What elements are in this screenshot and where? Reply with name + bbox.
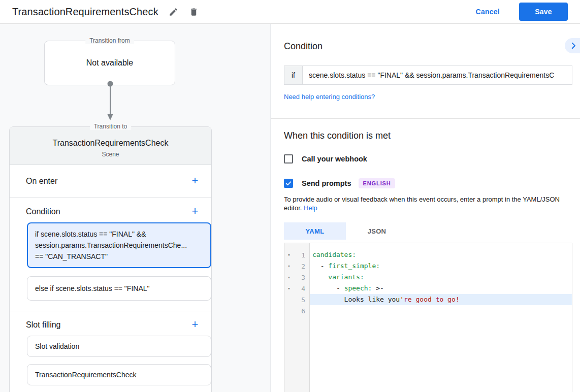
- fold-toggle-icon[interactable]: ▾: [284, 275, 294, 280]
- delete-scene-button[interactable]: [189, 7, 199, 17]
- line-number: 6: [294, 307, 309, 315]
- collapse-panel-button[interactable]: [565, 38, 580, 53]
- condition-section: Condition + if scene.slots.status == "FI…: [10, 198, 211, 311]
- condition-text-line: == "CAN_TRANSACT": [35, 251, 203, 262]
- trash-icon: [189, 7, 199, 17]
- call-webhook-label[interactable]: Call your webhook: [302, 155, 367, 163]
- send-prompts-row: Send prompts ENGLISH: [284, 178, 580, 188]
- slot-filling-section: Slot filling + Slot validation Transacti…: [10, 311, 211, 392]
- call-webhook-checkbox[interactable]: [284, 154, 293, 164]
- code-line[interactable]: variants:: [310, 272, 572, 283]
- send-prompts-checkbox[interactable]: [284, 179, 293, 188]
- fold-toggle-icon[interactable]: ▾: [284, 252, 294, 257]
- code-token: -: [312, 284, 344, 292]
- editor-code-area[interactable]: candidates: - first_simple: variants: - …: [310, 243, 572, 392]
- fold-toggle-icon[interactable]: ▾: [284, 264, 294, 269]
- condition-help-link[interactable]: Need help entering conditions?: [284, 93, 375, 101]
- add-condition-button[interactable]: +: [189, 206, 201, 218]
- editor-tabs: YAML JSON: [284, 222, 580, 240]
- line-number: 5: [294, 296, 309, 304]
- code-token: -: [312, 262, 328, 270]
- send-prompts-label[interactable]: Send prompts: [302, 179, 351, 187]
- line-number: 3: [294, 274, 309, 281]
- fold-toggle-icon[interactable]: ▾: [284, 286, 294, 291]
- transition-from-box: Transition from Not available: [44, 41, 175, 85]
- slot-card[interactable]: Slot validation: [27, 336, 211, 357]
- page-title: TransactionRequirementsCheck: [12, 6, 158, 18]
- code-token: candidates:: [312, 251, 356, 258]
- edit-title-button[interactable]: [169, 7, 179, 17]
- code-line[interactable]: Looks like you're good to go!: [310, 294, 572, 305]
- transition-arrow: [105, 80, 115, 123]
- transition-from-value: Not available: [86, 58, 134, 68]
- code-line[interactable]: - speech: >-: [310, 283, 572, 294]
- transition-to-label: Transition to: [90, 123, 132, 130]
- if-prefix-label: if: [284, 66, 303, 85]
- code-line[interactable]: [310, 305, 572, 316]
- code-token: 're good to go!: [400, 296, 459, 303]
- scene-name: TransactionRequirementsCheck: [18, 139, 203, 148]
- editor-gutter: ▾1▾2▾3▾456: [284, 243, 310, 392]
- scene-graph-panel: Transition from Not available Transition…: [0, 24, 271, 392]
- scene-card: Transition to TransactionRequirementsChe…: [9, 126, 212, 392]
- tab-yaml[interactable]: YAML: [284, 222, 346, 240]
- condition-card-selected[interactable]: if scene.slots.status == "FINAL" && sess…: [27, 222, 211, 268]
- when-met-title: When this condition is met: [284, 130, 580, 141]
- scene-card-header[interactable]: TransactionRequirementsCheck Scene: [10, 127, 211, 165]
- condition-detail-panel: Condition if Need help entering conditio…: [271, 24, 580, 392]
- top-toolbar: TransactionRequirementsCheck Cancel Save: [0, 0, 580, 24]
- code-token: first_simple:: [328, 262, 380, 270]
- scene-editor-page: TransactionRequirementsCheck Cancel Save…: [0, 0, 580, 392]
- code-line[interactable]: candidates:: [310, 249, 572, 260]
- cancel-button[interactable]: Cancel: [476, 8, 500, 16]
- check-icon: [285, 180, 292, 187]
- code-token: [312, 273, 328, 281]
- line-number: 2: [294, 263, 309, 270]
- condition-expression-row: if: [284, 66, 572, 85]
- chevron-right-icon: [569, 41, 578, 50]
- condition-text-line: else if scene.slots.status == "FINAL": [35, 283, 203, 294]
- prompt-description: To provide audio or visual feedback when…: [284, 195, 573, 212]
- slot-card-label: TransactionRequirementsCheck: [35, 371, 136, 379]
- scene-type: Scene: [18, 151, 203, 158]
- language-badge: ENGLISH: [359, 178, 395, 188]
- add-icon: +: [192, 174, 199, 187]
- slot-card-label: Slot validation: [35, 342, 79, 350]
- transition-from-label: Transition from: [85, 37, 134, 44]
- code-token: >-: [372, 284, 383, 292]
- on-enter-label: On enter: [26, 177, 57, 186]
- add-icon: +: [192, 318, 199, 331]
- slot-card[interactable]: TransactionRequirementsCheck: [27, 364, 211, 385]
- condition-expression-input[interactable]: [303, 66, 572, 85]
- condition-text-line: session.params.TransactionRequirementsCh…: [35, 240, 203, 251]
- add-slot-button[interactable]: +: [189, 319, 201, 331]
- condition-panel-title: Condition: [284, 41, 580, 52]
- condition-card[interactable]: else if scene.slots.status == "FINAL": [27, 276, 211, 301]
- prompt-help-link[interactable]: Help: [304, 204, 317, 212]
- code-token: Looks like you: [312, 296, 400, 303]
- line-number: 1: [294, 251, 309, 259]
- on-enter-section: On enter +: [10, 165, 211, 198]
- add-icon: +: [192, 205, 199, 217]
- condition-text-line: if scene.slots.status == "FINAL" &&: [35, 228, 203, 240]
- code-editor[interactable]: ▾1▾2▾3▾456 candidates: - first_simple: v…: [284, 243, 572, 392]
- code-line[interactable]: - first_simple:: [310, 260, 572, 272]
- condition-section-label: Condition: [26, 207, 60, 216]
- add-on-enter-button[interactable]: +: [189, 175, 201, 187]
- line-number: 4: [294, 285, 309, 292]
- webhook-row: Call your webhook: [284, 154, 580, 164]
- slot-filling-label: Slot filling: [26, 320, 60, 330]
- prompt-description-text: To provide audio or visual feedback when…: [284, 195, 560, 212]
- code-token: variants:: [328, 273, 364, 281]
- code-token: speech:: [344, 284, 372, 292]
- tab-json[interactable]: JSON: [346, 222, 408, 240]
- section-divider: [271, 118, 580, 119]
- pencil-icon: [169, 7, 178, 17]
- save-button[interactable]: Save: [519, 3, 568, 21]
